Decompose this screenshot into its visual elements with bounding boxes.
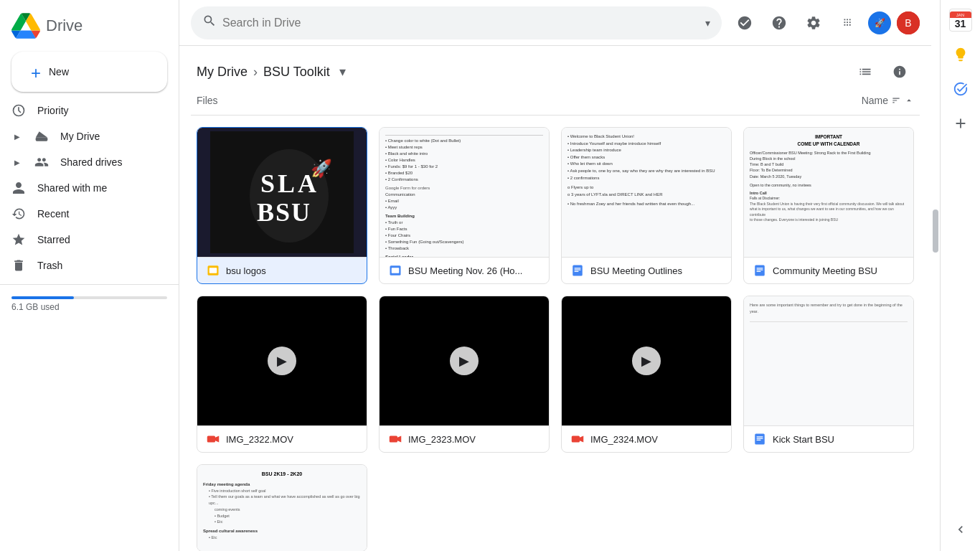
video-thumb-2323: ▶ bbox=[380, 296, 549, 425]
file-card-community-meeting[interactable]: IMPORTANTCOME UP WITH CALENDAR Officer/C… bbox=[743, 127, 914, 284]
file-footer-img-2322: IMG_2322.MOV bbox=[197, 425, 367, 452]
sidebar-label-shared-with-me: Shared with me bbox=[37, 182, 107, 194]
sidebar-item-recent[interactable]: Recent bbox=[0, 201, 167, 227]
search-dropdown-icon[interactable]: ▾ bbox=[705, 17, 710, 29]
video-type-icon-2322 bbox=[206, 432, 220, 446]
file-footer-community-meeting: Community Meeting BSU bbox=[744, 257, 913, 283]
file-card-bsu-2k19[interactable]: BSU 2K19 - 2K20 Friday meeting agenda • … bbox=[197, 464, 367, 551]
svg-rect-20 bbox=[757, 270, 763, 270]
trash-icon bbox=[11, 258, 26, 273]
video-thumb-2324: ▶ bbox=[562, 296, 731, 425]
storage-section: 6.1 GB used bbox=[0, 291, 179, 324]
info-button[interactable] bbox=[885, 57, 914, 86]
sidebar-divider bbox=[0, 284, 179, 285]
file-thumb-bsu-2k19: BSU 2K19 - 2K20 Friday meeting agenda • … bbox=[197, 465, 367, 551]
sidebar-label-recent: Recent bbox=[37, 208, 69, 220]
list-view-button[interactable] bbox=[851, 57, 880, 86]
svg-rect-13 bbox=[392, 268, 400, 273]
topbar: ▾ bbox=[179, 0, 931, 46]
add-sidebar-button[interactable] bbox=[946, 109, 975, 138]
file-footer-img-2324: IMG_2324.MOV bbox=[562, 425, 731, 452]
sidebar-item-my-drive[interactable]: ▶ My Drive bbox=[0, 123, 167, 149]
scrollbar[interactable] bbox=[931, 0, 940, 551]
sidebar-label-priority: Priority bbox=[37, 105, 69, 116]
expand-panel-button[interactable] bbox=[953, 522, 968, 540]
svg-rect-17 bbox=[575, 271, 579, 272]
file-name-bsu-meeting-outlines: BSU Meeting Outlines bbox=[590, 265, 722, 276]
star-icon bbox=[11, 232, 26, 247]
svg-text:B: B bbox=[905, 17, 911, 29]
person-icon bbox=[11, 181, 26, 195]
user-avatar[interactable]: B bbox=[897, 11, 920, 34]
sidebar-item-trash[interactable]: Trash bbox=[0, 253, 167, 278]
sidebar-label-starred: Starred bbox=[37, 234, 70, 245]
search-input[interactable] bbox=[222, 17, 699, 29]
svg-rect-31 bbox=[757, 440, 761, 441]
keep-button[interactable] bbox=[946, 40, 975, 69]
calendar-date: 31 bbox=[955, 18, 966, 29]
drive-icon bbox=[34, 129, 49, 143]
support-button[interactable] bbox=[730, 9, 759, 37]
file-footer-img-2323: IMG_2323.MOV bbox=[380, 425, 549, 452]
file-card-bsu-meeting-nov[interactable]: • Change color to white (Dot and Bullet)… bbox=[379, 127, 550, 284]
sidebar-item-starred[interactable]: Starred bbox=[0, 227, 167, 253]
file-card-img-2322[interactable]: ▶ IMG_2322.MOV bbox=[197, 296, 367, 453]
file-card-img-2324[interactable]: ▶ IMG_2324.MOV bbox=[561, 296, 732, 453]
doc-content-community-meeting: IMPORTANTCOME UP WITH CALENDAR Officer/C… bbox=[744, 128, 913, 257]
calendar-month-mini: JAN bbox=[956, 13, 964, 17]
file-card-img-2323[interactable]: ▶ IMG_2323.MOV bbox=[379, 296, 550, 453]
plus-icon: + bbox=[29, 65, 43, 79]
file-name-community-meeting: Community Meeting BSU bbox=[773, 265, 905, 276]
drive-logo: Drive bbox=[11, 11, 83, 40]
file-name-img-2323: IMG_2323.MOV bbox=[408, 434, 540, 445]
calendar-button[interactable]: JAN 31 bbox=[946, 6, 975, 34]
doc-content-bsu-2k19: BSU 2K19 - 2K20 Friday meeting agenda • … bbox=[197, 465, 367, 551]
right-panel: JAN 31 bbox=[940, 0, 980, 551]
doc-type-icon-community bbox=[753, 263, 767, 278]
app-header: Drive bbox=[0, 6, 179, 49]
scrollbar-thumb[interactable] bbox=[933, 209, 938, 253]
sort-control[interactable]: Name bbox=[862, 95, 914, 106]
file-name-img-2324: IMG_2324.MOV bbox=[590, 434, 722, 445]
files-header: Files Name bbox=[191, 92, 920, 116]
file-footer-bsu-meeting-nov: BSU Meeting Nov. 26 (Ho... bbox=[380, 257, 549, 283]
slides-type-icon bbox=[206, 263, 220, 278]
storage-used-label: 6.1 GB used bbox=[11, 302, 167, 312]
new-button[interactable]: + New bbox=[11, 52, 167, 92]
slides-type-icon-2 bbox=[388, 263, 402, 278]
sidebar-item-shared-drives[interactable]: ▶ Shared drives bbox=[0, 149, 167, 175]
doc-content-bsu-meeting-outlines: • Welcome to Black Student Union! • Intr… bbox=[562, 128, 731, 257]
svg-marker-23 bbox=[215, 436, 219, 443]
file-name-bsu-meeting-nov: BSU Meeting Nov. 26 (Ho... bbox=[408, 265, 540, 276]
my-drive-expand-icon: ▶ bbox=[11, 131, 23, 142]
sidebar-item-shared-with-me[interactable]: Shared with me bbox=[0, 175, 167, 201]
breadcrumb-bar: My Drive › BSU Toolkit ▾ bbox=[191, 46, 920, 92]
drive-logo-icon bbox=[11, 11, 40, 40]
shared-drives-expand-icon: ▶ bbox=[11, 156, 23, 168]
help-button[interactable] bbox=[765, 9, 793, 37]
recent-icon bbox=[11, 207, 26, 221]
apps-button[interactable] bbox=[834, 9, 862, 37]
breadcrumb-dropdown-icon[interactable]: ▾ bbox=[336, 65, 350, 79]
sort-label-text: Name bbox=[862, 95, 888, 106]
file-card-kick-start[interactable]: Here are some important things to rememb… bbox=[743, 296, 914, 453]
bsu-logo-image: SLA BSU 🚀 bbox=[197, 128, 367, 257]
app-title: Drive bbox=[46, 17, 83, 35]
tasks-button[interactable] bbox=[946, 75, 975, 103]
breadcrumb-root[interactable]: My Drive bbox=[197, 65, 248, 80]
file-card-bsu-logos[interactable]: SLA BSU 🚀 bsu logos bbox=[197, 127, 367, 284]
app-shortcut-avatar[interactable]: 🚀 bbox=[868, 11, 891, 34]
svg-rect-16 bbox=[575, 270, 581, 270]
play-button-2323[interactable]: ▶ bbox=[450, 347, 479, 375]
svg-rect-19 bbox=[757, 268, 763, 268]
file-card-bsu-meeting-outlines[interactable]: • Welcome to Black Student Union! • Intr… bbox=[561, 127, 732, 284]
play-button-2322[interactable]: ▶ bbox=[268, 347, 296, 375]
storage-bar-fill bbox=[11, 296, 74, 299]
play-button-2324[interactable]: ▶ bbox=[632, 347, 661, 375]
breadcrumb-separator: › bbox=[253, 65, 258, 80]
svg-rect-26 bbox=[572, 436, 580, 443]
search-bar[interactable]: ▾ bbox=[191, 6, 722, 39]
settings-button[interactable] bbox=[799, 9, 828, 37]
sidebar-item-priority[interactable]: Priority bbox=[0, 98, 167, 123]
svg-rect-29 bbox=[757, 436, 763, 437]
